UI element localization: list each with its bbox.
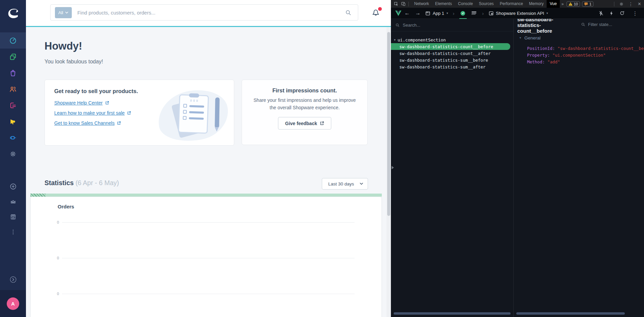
lightning-off-icon[interactable]: [599, 10, 604, 16]
search-placeholder: Find products, customers, orders...: [77, 10, 155, 16]
give-feedback-button[interactable]: Give feedback: [278, 117, 331, 129]
sidebar-item-settings[interactable]: [0, 146, 26, 162]
external-link-icon: [105, 101, 109, 105]
issues-badge[interactable]: 1: [582, 1, 593, 7]
chevron-down-icon: ▾: [447, 11, 448, 15]
sidebar-item-extensions[interactable]: [0, 129, 26, 146]
sidebar-item-more[interactable]: [0, 224, 26, 239]
content-icon: [9, 102, 17, 109]
feedback-card-title: First impressions count.: [242, 87, 367, 94]
search-icon: [581, 22, 585, 27]
state-filter-placeholder: Filter state...: [588, 22, 612, 27]
settings-gear-icon: [9, 150, 17, 158]
tree-search-input[interactable]: Search...: [391, 19, 513, 31]
tree-group[interactable]: ▼ ui.componentSection: [391, 36, 513, 43]
sidebar-item-dashboard[interactable]: [0, 32, 26, 49]
sidebar-item-marketing[interactable]: [0, 113, 26, 129]
dashboard-icon: [9, 37, 17, 45]
gridline: [62, 222, 355, 223]
state-filter-input[interactable]: Filter state...: [581, 22, 612, 27]
admin-main: All Find products, customers, orders... …: [26, 0, 391, 317]
marketing-icon: [9, 118, 17, 125]
sidebar-item-customers[interactable]: [0, 81, 26, 97]
app-selector[interactable]: App 1 ▾: [425, 11, 448, 16]
tab-console[interactable]: Console: [455, 0, 476, 8]
customers-icon: [9, 85, 17, 93]
lightning-icon[interactable]: [609, 10, 614, 16]
state-section-general[interactable]: ▼ General: [519, 35, 541, 40]
caret-down-icon: ▼: [394, 38, 396, 41]
search-icon: [395, 23, 400, 27]
sidebar-item-products[interactable]: [0, 49, 26, 65]
timeline-tool[interactable]: [471, 8, 477, 19]
main-scrollbar-thumb[interactable]: [387, 32, 390, 216]
chevron-down-icon: [65, 11, 68, 14]
orders-icon: [9, 69, 17, 77]
devtools-settings-icon[interactable]: [619, 2, 624, 6]
shopware-logo[interactable]: [0, 0, 26, 26]
more-tabs-chevron[interactable]: »: [560, 2, 565, 6]
tree-pane-hscrollbar[interactable]: [394, 312, 511, 315]
y-tick-label: 0: [50, 292, 59, 296]
sidebar-primary-nav: [0, 32, 26, 162]
sidebar-user-section: A: [0, 290, 26, 317]
tree-item[interactable]: sw-dashboard-statistics-sum__before: [391, 57, 513, 63]
refresh-icon[interactable]: [619, 10, 625, 16]
main-scrollbar[interactable]: [387, 27, 391, 317]
state-entry[interactable]: Method: "add": [527, 59, 644, 65]
tree-item[interactable]: sw-dashboard-statistics-sum__after: [391, 63, 513, 70]
external-link-icon: [320, 121, 324, 125]
link-help-center[interactable]: Shopware Help Center: [54, 100, 109, 106]
tab-performance[interactable]: Performance: [497, 0, 526, 8]
state-pane: sw-dashboard- statistics- count__before …: [514, 19, 644, 317]
devtools-tab-bar: Network Elements Console Sources Perform…: [391, 0, 644, 8]
tab-memory[interactable]: Memory: [526, 0, 547, 8]
pencil-illustration: [215, 97, 220, 127]
tab-elements[interactable]: Elements: [432, 0, 455, 8]
plugin-selector[interactable]: Shopware Extension API ▾: [489, 11, 548, 16]
sidebar-item-orders[interactable]: [0, 65, 26, 81]
panel-icon: [489, 11, 494, 16]
history-forward-icon[interactable]: →: [415, 10, 421, 16]
sidebar-secondary-nav: [0, 179, 26, 239]
warnings-badge[interactable]: 10: [566, 1, 580, 7]
state-entry[interactable]: PositionId: "sw-dashboard-statistics-cou…: [527, 45, 644, 52]
tab-vue[interactable]: Vue: [547, 0, 560, 8]
tab-sources[interactable]: Sources: [476, 0, 497, 8]
crown-icon: [9, 198, 17, 205]
link-first-sale[interactable]: Learn how to make your first sale: [54, 110, 131, 116]
inspect-element-icon[interactable]: [394, 1, 399, 6]
sidebar-expand-button[interactable]: [0, 273, 26, 286]
shopware-logo-icon: [6, 6, 20, 20]
vue-devtools-body: Search... ▼ ui.componentSection sw-dashb…: [391, 19, 644, 317]
tree-item[interactable]: sw-dashboard-statistics-count__before: [391, 43, 510, 50]
breadcrumb-chevron: ›: [482, 10, 484, 16]
sidebar-item-modules[interactable]: [0, 194, 26, 209]
search-icon[interactable]: [345, 9, 352, 16]
sidebar-item-add[interactable]: [0, 179, 26, 194]
component-tree: ▼ ui.componentSection sw-dashboard-stati…: [391, 31, 513, 70]
pane-expand-arrow[interactable]: [392, 166, 394, 169]
vue-component-highlight: [30, 194, 382, 197]
more-kebab-icon: [9, 228, 17, 236]
state-entry[interactable]: Property: "ui.componentSection": [527, 52, 644, 59]
tab-network[interactable]: Network: [411, 0, 432, 8]
notification-bell[interactable]: [371, 7, 383, 19]
period-select[interactable]: Last 30 days: [322, 178, 368, 190]
external-link-icon: [117, 121, 121, 125]
search-filter-label: All: [58, 10, 63, 15]
sidebar-item-content[interactable]: [0, 97, 26, 113]
history-back-icon[interactable]: ←: [404, 10, 410, 16]
global-search[interactable]: All Find products, customers, orders...: [50, 4, 358, 21]
sidebar-item-storefront[interactable]: [0, 209, 26, 224]
state-pane-hscrollbar[interactable]: [516, 312, 625, 315]
inspector-tool-active[interactable]: [460, 8, 466, 19]
search-filter-button[interactable]: All: [55, 7, 72, 18]
link-sales-channels[interactable]: Get to know Sales Channels: [54, 120, 121, 126]
devtools-close-icon[interactable]: ×: [638, 1, 641, 7]
device-toolbar-icon[interactable]: [401, 1, 406, 6]
devtools-menu-icon[interactable]: ⋮: [628, 2, 633, 6]
avatar[interactable]: A: [7, 297, 19, 310]
tree-item[interactable]: sw-dashboard-statistics-count__after: [391, 50, 513, 57]
vue-menu-icon[interactable]: ⋮: [633, 11, 638, 16]
